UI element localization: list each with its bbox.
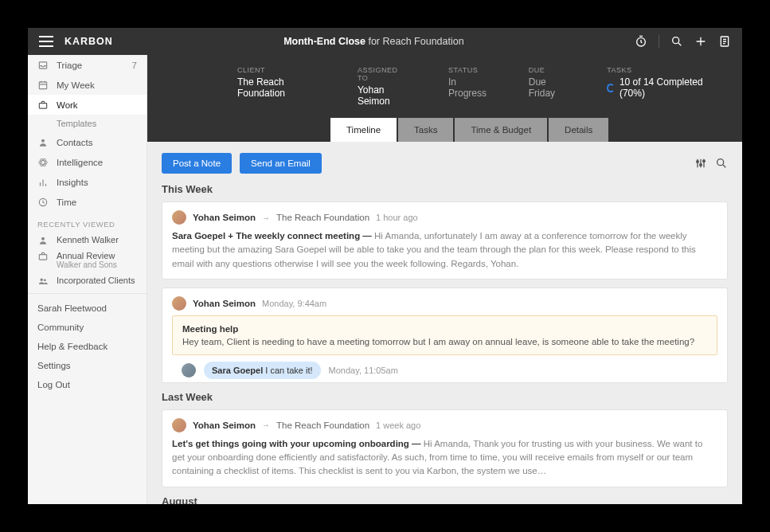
recent-item-contact[interactable]: Kenneth Walker (28, 232, 147, 248)
svg-point-16 (700, 164, 702, 166)
brand-logo: KARBON (64, 36, 113, 47)
tab-time-budget[interactable]: Time & Budget (455, 118, 547, 142)
reply-chip[interactable]: Sara Goepel I can take it! (204, 362, 321, 379)
recent-item-group[interactable]: Incorporated Clients (28, 272, 147, 288)
avatar (182, 363, 196, 377)
timeline-email-card[interactable]: Yohan Seimon → The Reach Foundation 1 ho… (162, 201, 728, 280)
info-tasks: TASKS 10 of 14 Completed (70%) (607, 66, 710, 107)
timeline-email-card[interactable]: Yohan Seimon → The Reach Foundation 1 we… (162, 409, 728, 487)
group-august: August (162, 495, 728, 505)
clock-icon (37, 197, 49, 208)
note-reply: Sara Goepel I can take it! Monday, 11:05… (172, 355, 717, 382)
sidebar-item-label: Work (57, 100, 78, 110)
sidebar-item-insights[interactable]: Insights (28, 172, 147, 192)
sidebar-user[interactable]: Sarah Fleetwood (28, 299, 147, 318)
svg-rect-4 (39, 81, 46, 88)
sidebar-community[interactable]: Community (28, 318, 147, 337)
sidebar-item-time[interactable]: Time (28, 192, 147, 212)
post-note-button[interactable]: Post a Note (162, 153, 232, 174)
sidebar-item-label: Triage (57, 61, 82, 70)
atom-icon (37, 157, 49, 168)
calendar-icon (37, 80, 49, 91)
page-title: Month-End Close for Reach Foundation (113, 36, 635, 47)
group-last-week: Last Week (162, 391, 728, 403)
info-client: CLIENT The Reach Foundation (237, 66, 318, 107)
svg-point-18 (717, 159, 724, 166)
tab-details[interactable]: Details (549, 118, 608, 142)
note-box: Meeting help Hey team, Client is needing… (172, 315, 717, 355)
search-icon[interactable] (670, 35, 683, 48)
group-this-week: This Week (162, 183, 728, 195)
filter-icon[interactable] (694, 157, 707, 170)
arrow-right-icon: → (262, 213, 270, 222)
sidebar-item-label: Time (57, 198, 76, 207)
plus-icon[interactable] (694, 35, 707, 48)
sidebar-item-label: Contacts (57, 138, 92, 147)
triage-badge: 7 (132, 61, 137, 70)
svg-point-17 (703, 160, 706, 162)
document-icon[interactable] (718, 35, 731, 48)
person-icon (37, 137, 49, 148)
bars-icon (37, 177, 49, 188)
avatar (172, 210, 186, 225)
inbox-icon (37, 60, 49, 71)
briefcase-icon (37, 100, 49, 111)
sidebar-item-label: My Week (57, 80, 95, 90)
search-icon[interactable] (715, 157, 728, 170)
svg-point-11 (41, 237, 45, 241)
tab-tasks[interactable]: Tasks (398, 118, 453, 142)
svg-point-13 (41, 279, 44, 282)
svg-point-14 (44, 279, 46, 281)
tabs: Timeline Tasks Time & Budget Details (147, 118, 742, 142)
group-icon (37, 276, 49, 287)
timeline-content: Post a Note Send an Email This Week Yoha… (147, 142, 742, 504)
sidebar-item-label: Insights (57, 178, 88, 187)
recently-viewed-label: RECENTLY VIEWED (28, 212, 147, 232)
info-assigned: ASSIGNED TO Yohan Seimon (358, 66, 408, 107)
briefcase-icon (37, 251, 49, 262)
avatar (172, 418, 186, 432)
arrow-right-icon: → (262, 421, 270, 429)
svg-point-15 (697, 161, 699, 163)
sidebar-logout[interactable]: Log Out (28, 375, 147, 394)
timeline-note-card[interactable]: Yohan Seimon Monday, 9:44am Meeting help… (162, 288, 728, 383)
sidebar-item-label: Intelligence (57, 158, 103, 167)
person-icon (37, 235, 49, 246)
info-due: DUE Due Friday (529, 66, 567, 107)
work-info-bar: CLIENT The Reach Foundation ASSIGNED TO … (147, 55, 742, 142)
menu-icon[interactable] (39, 36, 53, 47)
tab-timeline[interactable]: Timeline (330, 118, 397, 142)
progress-icon (607, 84, 615, 92)
svg-rect-5 (39, 103, 46, 108)
sidebar-item-intelligence[interactable]: Intelligence (28, 152, 147, 172)
avatar (172, 296, 186, 311)
sidebar-item-contacts[interactable]: Contacts (28, 132, 147, 152)
sidebar-settings[interactable]: Settings (28, 356, 147, 375)
sidebar: Triage 7 My Week Work Templates Contacts… (28, 55, 147, 504)
svg-point-1 (673, 37, 679, 44)
svg-rect-12 (39, 255, 46, 260)
divider (659, 35, 659, 48)
sidebar-item-myweek[interactable]: My Week (28, 75, 147, 95)
timer-icon[interactable] (635, 35, 647, 48)
topbar: KARBON Month-End Close for Reach Foundat… (28, 28, 742, 55)
sidebar-item-triage[interactable]: Triage 7 (28, 55, 147, 75)
sidebar-help[interactable]: Help & Feedback (28, 337, 147, 356)
sidebar-item-templates[interactable]: Templates (28, 115, 147, 132)
recent-item-work[interactable]: Annual Review Walker and Sons (28, 248, 147, 272)
sidebar-item-work[interactable]: Work (28, 95, 147, 115)
svg-point-6 (41, 139, 45, 142)
info-status: STATUS In Progress (448, 66, 489, 107)
send-email-button[interactable]: Send an Email (240, 153, 322, 174)
